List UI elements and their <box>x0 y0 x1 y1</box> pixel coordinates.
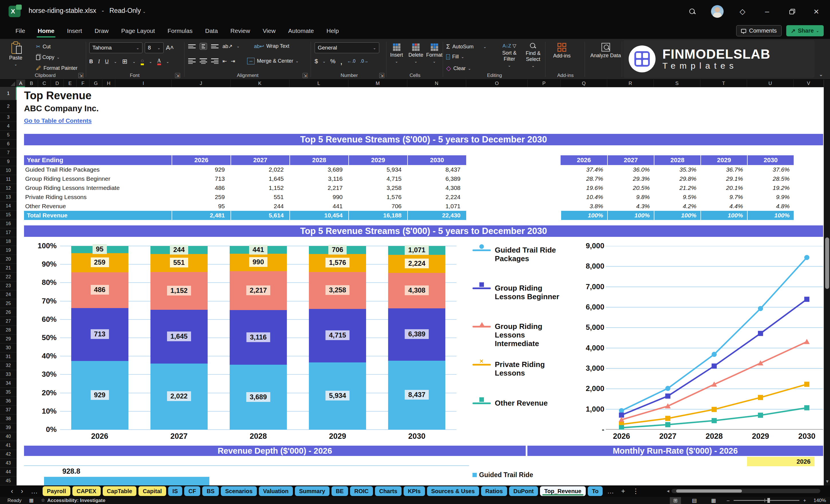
row-header[interactable]: 13 <box>0 193 17 202</box>
menu-tab-review[interactable]: Review <box>225 25 255 37</box>
row-header[interactable]: 11 <box>0 175 17 184</box>
sheet-tab-capital[interactable]: Capital <box>138 486 166 496</box>
format-cells-button[interactable]: Format⌄ <box>426 43 443 63</box>
sort-filter-button[interactable]: A↓Z ▽ Sort & Filter⌄ <box>498 43 521 67</box>
sheet-tab-dupont[interactable]: DuPont <box>509 486 538 496</box>
row-headers[interactable]: 1234567910111213141516171819202122232425… <box>0 87 17 485</box>
column-header[interactable]: M <box>348 80 407 87</box>
comma-format-button[interactable]: , <box>340 60 342 63</box>
restore-button[interactable] <box>786 6 797 17</box>
row-header[interactable]: 26 <box>0 308 17 317</box>
macro-record-icon[interactable]: ▦ <box>29 497 33 503</box>
cut-button[interactable]: ✂Cut <box>36 43 51 50</box>
menu-tab-insert[interactable]: Insert <box>62 25 87 37</box>
column-header[interactable]: F <box>77 80 90 87</box>
clipboard-dialog-launcher[interactable]: ⇲ <box>78 73 84 78</box>
column-header[interactable]: Q <box>561 80 607 87</box>
alignment-dialog-launcher[interactable]: ⇲ <box>302 73 308 78</box>
horizontal-scrollbar-thumb[interactable] <box>676 490 742 493</box>
row-header[interactable]: 36 <box>0 397 17 406</box>
bold-button[interactable]: B <box>89 59 93 65</box>
row-header[interactable]: 1 <box>0 87 17 100</box>
row-header[interactable]: 44 <box>0 468 17 476</box>
row-header[interactable]: 32 <box>0 361 17 370</box>
scroll-down-icon[interactable]: ▼ <box>825 479 829 484</box>
zoom-in-button[interactable]: + <box>803 498 806 503</box>
column-header[interactable]: T <box>700 80 747 87</box>
align-center-button[interactable] <box>200 58 207 64</box>
column-headers[interactable]: ABCDEFGHIJKLMNOPQRSTUV <box>17 80 824 87</box>
premium-diamond-icon[interactable]: ◇ <box>737 6 748 17</box>
sheet-tab-payroll[interactable]: Payroll <box>43 486 70 496</box>
row-header[interactable]: 27 <box>0 317 17 326</box>
row-header[interactable]: 17 <box>0 228 17 237</box>
clear-button[interactable]: ◇Clear⌄ <box>446 65 471 72</box>
row-header[interactable]: 15 <box>0 211 17 219</box>
hscroll-left-icon[interactable]: ◂ <box>667 488 669 494</box>
fill-button[interactable]: ↓Fill⌄ <box>446 54 464 60</box>
row-header[interactable]: 45 <box>0 476 17 485</box>
column-header[interactable]: G <box>90 80 102 87</box>
row-header[interactable]: 7 <box>0 149 17 157</box>
more-sheets-button[interactable]: … <box>605 487 617 495</box>
sheet-tab-valuation[interactable]: Valuation <box>259 486 293 496</box>
share-button[interactable]: ↗Share⌄ <box>786 25 824 36</box>
row-header[interactable]: 18 <box>0 237 17 246</box>
row-header[interactable]: 38 <box>0 414 17 423</box>
column-header[interactable]: R <box>607 80 654 87</box>
sheet-tab-be[interactable]: BE <box>331 486 348 496</box>
sheet-tab-summary[interactable]: Summary <box>295 486 329 496</box>
merge-center-button[interactable]: ⇔Merge & Center⌄ <box>247 58 298 64</box>
row-header[interactable]: 34 <box>0 379 17 388</box>
increase-indent-button[interactable]: ⇥ <box>231 58 235 64</box>
row-header[interactable]: 6 <box>0 139 17 149</box>
column-header[interactable]: B <box>25 80 38 87</box>
page-layout-view-button[interactable]: ▤ <box>689 497 700 504</box>
sheet-tab-kpis[interactable]: KPIs <box>404 486 425 496</box>
row-header[interactable]: 42 <box>0 450 17 459</box>
row-header[interactable]: 22 <box>0 273 17 281</box>
sheet-tab-captable[interactable]: CapTable <box>103 486 137 496</box>
row-header[interactable]: 14 <box>0 202 17 211</box>
orientation-button[interactable]: ab↗ <box>223 43 232 50</box>
row-header[interactable]: 35 <box>0 388 17 397</box>
row-header[interactable]: 33 <box>0 370 17 379</box>
align-right-button[interactable] <box>211 58 219 64</box>
runrate-year-cell[interactable]: 2026 <box>747 457 815 466</box>
legend-item[interactable]: Guided Trail Ride Packages <box>473 246 564 263</box>
row-header[interactable]: 4 <box>0 122 17 131</box>
delete-cells-button[interactable]: Delete⌄ <box>408 43 423 63</box>
menu-tab-formulas[interactable]: Formulas <box>162 25 198 37</box>
column-header[interactable]: S <box>654 80 700 87</box>
column-header[interactable]: A <box>17 80 25 87</box>
menu-tab-help[interactable]: Help <box>321 25 344 37</box>
zoom-slider-thumb[interactable] <box>767 498 770 503</box>
zoom-out-button[interactable]: – <box>727 498 729 503</box>
percent-format-button[interactable]: % <box>330 58 336 65</box>
add-ins-button[interactable]: Add-ins <box>553 43 571 59</box>
column-header[interactable]: J <box>171 80 230 87</box>
sheet-tab-capex[interactable]: CAPEX <box>72 486 101 496</box>
column-header[interactable]: E <box>64 80 77 87</box>
insert-cells-button[interactable]: Insert⌄ <box>390 43 403 63</box>
comments-button[interactable]: Comments <box>736 25 782 36</box>
align-bottom-button[interactable] <box>211 44 219 48</box>
menu-tab-draw[interactable]: Draw <box>90 25 114 37</box>
row-header[interactable]: 37 <box>0 406 17 414</box>
menu-tab-file[interactable]: File <box>10 25 30 37</box>
increase-decimal-button[interactable]: ←.0 <box>347 59 355 64</box>
sheet-tab-cf[interactable]: CF <box>184 486 200 496</box>
vertical-scrollbar-thumb[interactable] <box>825 238 829 289</box>
minimize-button[interactable]: – <box>761 6 773 17</box>
sheet-tab-bs[interactable]: BS <box>202 486 219 496</box>
align-left-button[interactable] <box>188 58 196 64</box>
font-size-select[interactable]: 8⌄ <box>145 42 164 53</box>
row-header[interactable]: 20 <box>0 255 17 264</box>
read-only-chevron-icon[interactable]: ⌄ <box>143 9 146 14</box>
row-header[interactable]: 2 <box>0 100 17 113</box>
next-sheet-button[interactable]: › <box>18 487 26 495</box>
collapse-ribbon-chevron-icon[interactable]: ⌄ <box>819 71 823 77</box>
sheet-tab-roic[interactable]: ROIC <box>350 486 373 496</box>
row-header[interactable]: 3 <box>0 113 17 122</box>
row-header[interactable]: 30 <box>0 344 17 352</box>
